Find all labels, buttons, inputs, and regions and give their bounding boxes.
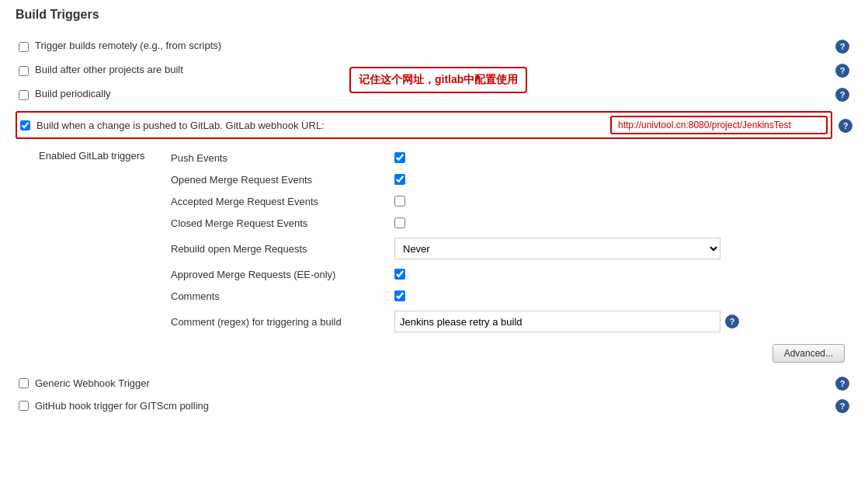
approved-merge-checkbox[interactable]	[394, 269, 405, 280]
comment-regex-help-icon[interactable]: ?	[725, 315, 739, 328]
gitlab-trigger-help-icon[interactable]: ?	[838, 119, 852, 133]
gitlab-trigger-label: Build when a change is pushed to GitLab.…	[36, 120, 610, 131]
trigger-remote-help-icon[interactable]: ?	[835, 40, 849, 54]
generic-webhook-row: Generic Webhook Trigger ?	[16, 372, 852, 395]
gitlab-triggers-subsection: Enabled GitLab triggers Push Events Open…	[31, 147, 852, 363]
trigger-remote-label: Trigger builds remotely (e.g., from scri…	[35, 39, 835, 53]
closed-merge-label: Closed Merge Request Events	[171, 217, 388, 229]
advanced-btn-row: Advanced...	[31, 344, 852, 363]
push-events-control	[394, 152, 405, 163]
accepted-merge-control	[394, 196, 405, 207]
comments-checkbox[interactable]	[394, 290, 405, 301]
comment-regex-label: Comment (regex) for triggering a build	[171, 316, 388, 328]
build-triggers-section: Build Triggers Trigger builds remotely (…	[0, 0, 868, 425]
trigger-remote-checkbox[interactable]	[19, 42, 29, 52]
section-title: Build Triggers	[16, 8, 852, 25]
opened-merge-checkbox[interactable]	[394, 174, 405, 185]
webhook-url-display: http://univtool.cn:8080/project/JenkinsT…	[610, 116, 828, 134]
opened-merge-row: Opened Merge Request Events	[171, 169, 852, 190]
approved-merge-label: Approved Merge Requests (EE-only)	[171, 269, 388, 280]
accepted-merge-checkbox[interactable]	[394, 196, 405, 207]
gitlab-trigger-container: 记住这个网址，gitlab中配置使用 Build when a change i…	[16, 109, 852, 141]
closed-merge-checkbox[interactable]	[394, 217, 405, 228]
rebuild-open-merge-label: Rebuild open Merge Requests	[171, 243, 388, 255]
trigger-periodically-help-icon[interactable]: ?	[835, 88, 849, 102]
rebuild-open-merge-row: Rebuild open Merge Requests Never On pus…	[171, 234, 852, 263]
comments-label: Comments	[171, 290, 388, 302]
generic-webhook-checkbox[interactable]	[19, 378, 29, 388]
generic-webhook-label: Generic Webhook Trigger	[35, 377, 835, 389]
comment-regex-row: Comment (regex) for triggering a build ?	[171, 307, 852, 336]
approved-merge-row: Approved Merge Requests (EE-only)	[171, 263, 852, 285]
opened-merge-label: Opened Merge Request Events	[171, 174, 388, 186]
trigger-remote-row: Trigger builds remotely (e.g., from scri…	[16, 34, 852, 58]
trigger-after-other-help-icon[interactable]: ?	[835, 64, 849, 78]
accepted-merge-row: Accepted Merge Request Events	[171, 190, 852, 212]
trigger-periodically-checkbox[interactable]	[19, 90, 29, 100]
advanced-button[interactable]: Advanced...	[773, 344, 845, 363]
github-hook-checkbox[interactable]	[19, 401, 29, 411]
generic-webhook-help-icon[interactable]: ?	[835, 377, 849, 391]
comment-regex-control: ?	[394, 311, 739, 332]
closed-merge-control	[394, 217, 405, 228]
approved-merge-control	[394, 269, 405, 280]
github-hook-help-icon[interactable]: ?	[835, 399, 849, 413]
push-events-label: Push Events	[171, 152, 388, 164]
opened-merge-control	[394, 174, 405, 185]
gitlab-trigger-checkbox[interactable]	[20, 120, 30, 130]
accepted-merge-label: Accepted Merge Request Events	[171, 196, 388, 207]
github-hook-row: GitHub hook trigger for GITScm polling ?	[16, 395, 852, 417]
annotation-text: 记住这个网址，gitlab中配置使用	[359, 73, 518, 85]
github-hook-label: GitHub hook trigger for GITScm polling	[35, 400, 835, 412]
closed-merge-row: Closed Merge Request Events	[171, 212, 852, 234]
gitlab-triggers-content: Push Events Opened Merge Request Events …	[171, 147, 852, 336]
comments-row: Comments	[171, 285, 852, 307]
enabled-gitlab-triggers-label: Enabled GitLab triggers	[39, 147, 171, 336]
rebuild-open-merge-control: Never On push to source branch On push t…	[394, 238, 720, 259]
comment-regex-input[interactable]	[394, 311, 720, 332]
rebuild-open-merge-select[interactable]: Never On push to source branch On push t…	[394, 238, 720, 259]
gitlab-triggers-table: Enabled GitLab triggers Push Events Open…	[39, 147, 852, 336]
comments-control	[394, 290, 405, 301]
push-events-checkbox[interactable]	[394, 152, 405, 163]
push-events-row: Push Events	[171, 147, 852, 169]
annotation-bubble: 记住这个网址，gitlab中配置使用	[349, 67, 527, 93]
trigger-after-other-checkbox[interactable]	[19, 66, 29, 76]
gitlab-trigger-row: Build when a change is pushed to GitLab.…	[16, 111, 832, 139]
